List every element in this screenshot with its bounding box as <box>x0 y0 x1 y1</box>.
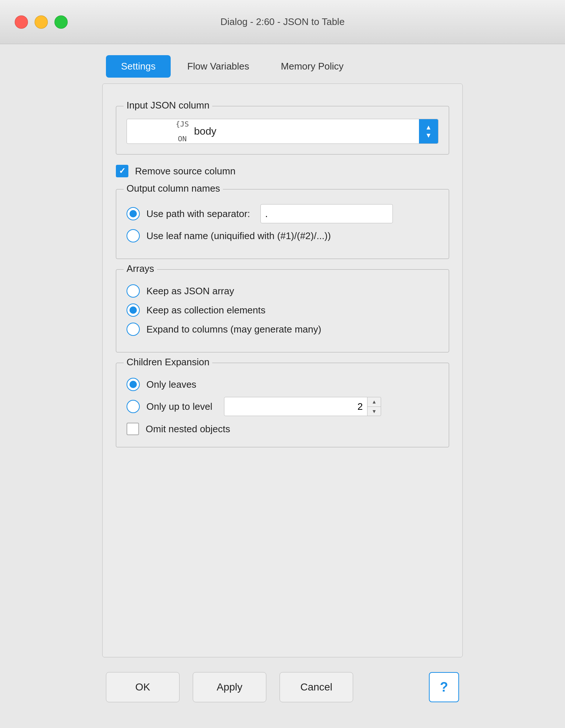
maximize-button[interactable] <box>54 15 68 29</box>
dialog-container: Settings Flow Variables Memory Policy In… <box>102 55 463 702</box>
input-json-legend: Input JSON column <box>124 100 212 111</box>
checkmark-icon: ✓ <box>119 166 125 176</box>
level-spinner: ▲ ▼ <box>224 397 381 416</box>
json-column-select-row: {JS ON body ▲ ▼ <box>127 119 438 144</box>
arrays-group: Arrays Keep as JSON array Keep as collec… <box>116 269 449 352</box>
keep-json-radio[interactable] <box>127 284 140 298</box>
chevron-down-icon: ▼ <box>425 132 432 139</box>
cancel-button[interactable]: Cancel <box>280 672 353 702</box>
input-json-group: Input JSON column {JS ON body ▲ ▼ <box>116 106 449 155</box>
remove-source-checkbox-row: ✓ Remove source column <box>116 165 449 177</box>
use-path-label: Use path with separator: <box>146 208 250 220</box>
level-spinner-buttons: ▲ ▼ <box>367 397 381 416</box>
close-button[interactable] <box>15 15 28 29</box>
children-expansion-group: Children Expansion Only leaves Only up t… <box>116 363 449 447</box>
window-title: Dialog - 2:60 - JSON to Table <box>220 16 345 28</box>
level-decrement-button[interactable]: ▼ <box>367 407 381 416</box>
keep-collection-radio-row: Keep as collection elements <box>127 303 438 317</box>
arrays-legend: Arrays <box>124 263 157 274</box>
keep-collection-label: Keep as collection elements <box>146 305 266 316</box>
children-expansion-legend: Children Expansion <box>124 356 212 368</box>
tab-memory-policy[interactable]: Memory Policy <box>266 55 359 78</box>
keep-json-label: Keep as JSON array <box>146 285 234 297</box>
use-leaf-label: Use leaf name (uniquified with (#1)/(#2)… <box>146 230 331 242</box>
only-up-to-level-label: Only up to level <box>146 401 212 412</box>
radio-selected-indicator-2 <box>129 306 137 314</box>
use-leaf-radio[interactable] <box>127 229 140 242</box>
expand-columns-label: Expand to columns (may generate many) <box>146 324 321 335</box>
separator-input[interactable] <box>260 204 393 223</box>
omit-nested-label: Omit nested objects <box>146 423 230 435</box>
apply-button[interactable]: Apply <box>193 672 266 702</box>
level-increment-button[interactable]: ▲ <box>367 397 381 407</box>
tab-bar: Settings Flow Variables Memory Policy <box>102 55 463 78</box>
tab-settings[interactable]: Settings <box>106 55 171 78</box>
chevron-up-icon: ▲ <box>425 124 432 131</box>
radio-selected-indicator <box>129 210 137 217</box>
use-path-radio-row: Use path with separator: <box>127 204 438 223</box>
keep-json-radio-row: Keep as JSON array <box>127 284 438 298</box>
help-icon: ? <box>440 679 448 695</box>
only-leaves-radio[interactable] <box>127 378 140 391</box>
remove-source-checkbox[interactable]: ✓ <box>116 165 128 177</box>
output-column-names-group: Output column names Use path with separa… <box>116 189 449 259</box>
output-column-names-legend: Output column names <box>124 183 223 194</box>
level-input[interactable] <box>224 397 367 416</box>
expand-columns-radio-row: Expand to columns (may generate many) <box>127 323 438 336</box>
json-column-dropdown-button[interactable]: ▲ ▼ <box>419 119 438 143</box>
only-leaves-label: Only leaves <box>146 379 196 390</box>
omit-nested-checkbox[interactable] <box>127 423 139 435</box>
remove-source-label: Remove source column <box>135 166 235 177</box>
json-column-value: body <box>194 125 419 137</box>
ok-button[interactable]: OK <box>106 672 180 702</box>
settings-panel: Input JSON column {JS ON body ▲ ▼ ✓ Remo… <box>102 84 463 657</box>
window-controls <box>15 15 68 29</box>
radio-selected-indicator-3 <box>129 381 137 388</box>
help-button[interactable]: ? <box>429 672 459 702</box>
expand-columns-radio[interactable] <box>127 323 140 336</box>
only-leaves-radio-row: Only leaves <box>127 378 438 391</box>
use-path-radio[interactable] <box>127 207 140 220</box>
json-icon: {JS ON <box>131 113 189 150</box>
only-up-to-level-radio-row: Only up to level ▲ ▼ <box>127 397 438 416</box>
bottom-bar: OK Apply Cancel ? <box>102 672 463 702</box>
omit-nested-checkbox-row: Omit nested objects <box>127 423 438 435</box>
title-bar: Dialog - 2:60 - JSON to Table <box>0 0 565 44</box>
keep-collection-radio[interactable] <box>127 303 140 317</box>
minimize-button[interactable] <box>35 15 48 29</box>
use-leaf-radio-row: Use leaf name (uniquified with (#1)/(#2)… <box>127 229 438 242</box>
tab-flow-variables[interactable]: Flow Variables <box>172 55 264 78</box>
only-up-to-level-radio[interactable] <box>127 400 140 413</box>
